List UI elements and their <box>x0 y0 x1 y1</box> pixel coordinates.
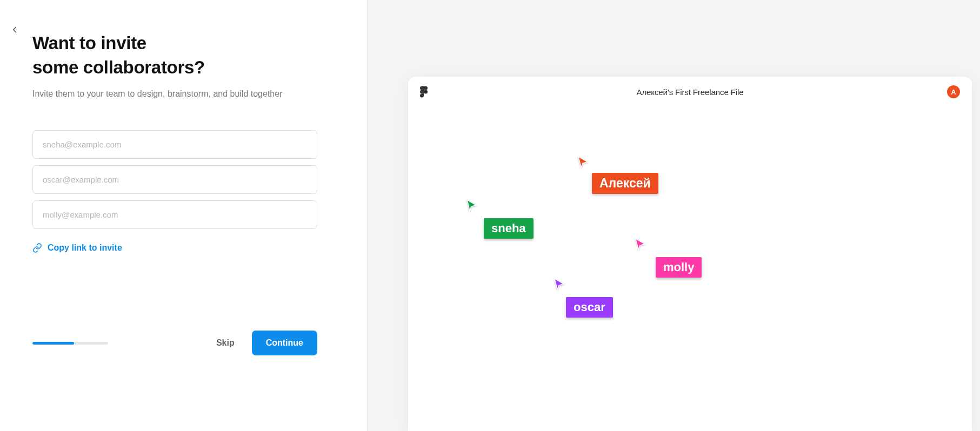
onboarding-left-pane: Want to invite some collaborators? Invit… <box>0 0 368 431</box>
cursor-pointer-icon <box>634 238 647 251</box>
continue-button[interactable]: Continue <box>252 331 317 355</box>
cursor-molly: molly <box>634 238 647 251</box>
cursor-pointer-icon <box>577 156 590 169</box>
link-icon <box>32 243 42 253</box>
page-heading: Want to invite some collaborators? <box>32 31 335 79</box>
cursor-name-tag: oscar <box>566 297 613 318</box>
figma-logo-icon <box>420 86 428 98</box>
cursor-name-tag: Алексей <box>592 173 658 194</box>
copy-link-button[interactable]: Copy link to invite <box>32 243 122 253</box>
cursor-name-tag: molly <box>656 257 702 278</box>
cursor-pointer-icon <box>465 199 478 212</box>
copy-link-label: Copy link to invite <box>48 243 122 253</box>
chevron-left-icon <box>10 25 19 35</box>
cursor-pointer-icon <box>553 278 566 291</box>
heading-line-2: some collaborators? <box>32 57 205 77</box>
avatar[interactable]: A <box>947 85 960 98</box>
cursor-main-user: Алексей <box>577 156 590 169</box>
progress-bar <box>32 342 108 345</box>
email-input-1[interactable] <box>32 130 317 159</box>
back-button[interactable] <box>10 25 23 38</box>
cursor-sneha: sneha <box>465 199 478 212</box>
cursor-name-tag: sneha <box>484 218 534 239</box>
canvas-card: Алексей's First Freelance File A Алексей <box>408 77 972 431</box>
canvas-header: Алексей's First Freelance File A <box>408 77 972 107</box>
email-inputs-group <box>32 130 335 229</box>
heading-line-1: Want to invite <box>32 33 146 53</box>
cursor-oscar: oscar <box>553 278 566 291</box>
canvas-body: Алексей sneha molly <box>408 107 972 431</box>
avatar-letter: A <box>951 88 956 96</box>
onboarding-footer: Skip Continue <box>32 331 317 355</box>
progress-fill <box>32 342 74 345</box>
skip-button[interactable]: Skip <box>210 333 241 353</box>
page-subtitle: Invite them to your team to design, brai… <box>32 89 335 99</box>
email-input-2[interactable] <box>32 165 317 194</box>
preview-pane: Алексей's First Freelance File A Алексей <box>368 0 980 431</box>
footer-buttons: Skip Continue <box>210 331 317 355</box>
file-title: Алексей's First Freelance File <box>637 87 744 97</box>
email-input-3[interactable] <box>32 200 317 229</box>
